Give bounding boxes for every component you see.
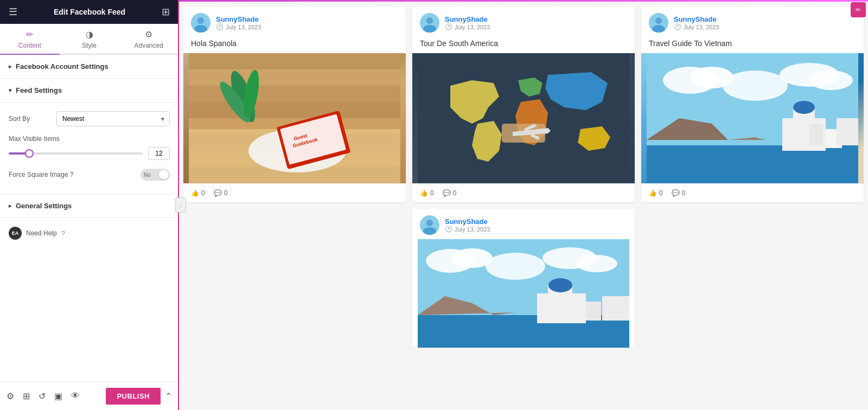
tab-style[interactable]: ◑ Style bbox=[60, 24, 119, 55]
eye-icon[interactable]: 👁 bbox=[71, 391, 80, 401]
resize-handle[interactable]: ⋮ bbox=[175, 197, 186, 213]
max-items-label: Max Visible Items bbox=[9, 135, 170, 143]
force-square-row: Force Square Image ? No bbox=[9, 169, 170, 181]
card-meta-2: SunnyShade 🕐 July 13, 2023 bbox=[445, 15, 627, 30]
svg-point-32 bbox=[723, 71, 788, 101]
publish-area: PUBLISH ⌃ bbox=[106, 388, 172, 405]
feed-card-4: SunnyShade 🕐 July 13, 2023 bbox=[412, 209, 635, 348]
card-author-2[interactable]: SunnyShade bbox=[445, 15, 627, 23]
tab-content[interactable]: ✏ Content bbox=[0, 24, 60, 55]
comments-stat-3: 💬 0 bbox=[672, 189, 686, 197]
comments-stat-1: 💬 0 bbox=[214, 189, 228, 197]
arrow-icon-general: ▸ bbox=[9, 203, 11, 209]
left-panel: ☰ Edit Facebook Feed ⊞ ✏ Content ◑ Style… bbox=[0, 0, 179, 410]
top-right-edit-button[interactable]: ✏ bbox=[851, 2, 866, 17]
facebook-account-section-header[interactable]: ▸ Facebook Account Settings bbox=[0, 55, 178, 79]
card-header-2: SunnyShade 🕐 July 13, 2023 bbox=[412, 7, 635, 37]
feed-settings-label: Feed Settings bbox=[16, 86, 62, 94]
thumb-up-icon-1: 👍 bbox=[191, 189, 199, 197]
arrow-icon: ▸ bbox=[9, 63, 11, 69]
card-image-3 bbox=[641, 53, 864, 183]
avatar-2 bbox=[420, 13, 439, 33]
responsive-icon[interactable]: ▣ bbox=[54, 391, 62, 401]
chevron-up-icon[interactable]: ⌃ bbox=[165, 391, 172, 401]
card-author-1[interactable]: SunnyShade bbox=[216, 15, 398, 23]
tab-content-label: Content bbox=[18, 42, 41, 49]
card-footer-3: 👍 0 💬 0 bbox=[641, 183, 864, 202]
history-icon[interactable]: ↺ bbox=[39, 391, 46, 401]
bottom-icons: ⚙ ⊞ ↺ ▣ 👁 bbox=[7, 391, 80, 401]
card-meta-3: SunnyShade 🕐 July 13, 2023 bbox=[674, 15, 856, 30]
general-settings-section-header[interactable]: ▸ General Settings bbox=[0, 194, 178, 218]
comment-icon-1: 💬 bbox=[214, 189, 222, 197]
help-circle-icon: ? bbox=[61, 229, 65, 238]
card-date-2: 🕐 July 13, 2023 bbox=[445, 23, 627, 30]
comment-icon-3: 💬 bbox=[672, 189, 680, 197]
layers-icon[interactable]: ⊞ bbox=[23, 391, 30, 401]
sort-by-select[interactable]: Newest Oldest Popular bbox=[56, 111, 170, 126]
clock-icon-1: 🕐 bbox=[216, 23, 224, 30]
hamburger-icon[interactable]: ☰ bbox=[9, 6, 17, 18]
svg-point-22 bbox=[426, 17, 433, 24]
card-header-3: SunnyShade 🕐 July 13, 2023 bbox=[641, 7, 864, 37]
likes-count-3: 0 bbox=[659, 189, 663, 197]
clock-icon-3: 🕐 bbox=[674, 23, 681, 30]
publish-button[interactable]: PUBLISH bbox=[106, 388, 161, 405]
toggle-knob bbox=[159, 170, 169, 180]
card-meta-1: SunnyShade 🕐 July 13, 2023 bbox=[216, 15, 398, 30]
settings-icon[interactable]: ⚙ bbox=[7, 391, 14, 401]
panel-title: Edit Facebook Feed bbox=[54, 8, 125, 16]
svg-point-48 bbox=[486, 253, 545, 280]
card-author-4[interactable]: SunnyShade bbox=[445, 217, 627, 226]
avatar-4 bbox=[420, 215, 439, 235]
svg-rect-41 bbox=[837, 118, 858, 145]
card-author-3[interactable]: SunnyShade bbox=[674, 15, 856, 23]
feed-settings-section-header[interactable]: ▾ Feed Settings bbox=[0, 79, 178, 102]
svg-point-50 bbox=[576, 255, 617, 272]
avatar-3 bbox=[649, 13, 668, 33]
slider-thumb[interactable] bbox=[25, 149, 34, 158]
need-help-section: EA Need Help ? bbox=[0, 218, 178, 248]
tab-advanced-label: Advanced bbox=[134, 42, 163, 49]
card-image-4 bbox=[412, 239, 635, 348]
card-meta-4: SunnyShade 🕐 July 13, 2023 bbox=[445, 217, 627, 233]
tab-style-label: Style bbox=[82, 42, 97, 49]
card-date-3: 🕐 July 13, 2023 bbox=[674, 23, 856, 30]
pencil-icon: ✏ bbox=[26, 29, 33, 40]
circle-half-icon: ◑ bbox=[86, 29, 93, 40]
grid-icon[interactable]: ⊞ bbox=[162, 6, 170, 18]
card-title-3: Travel Guide To Vietnam bbox=[641, 37, 864, 53]
likes-stat-2: 👍 0 bbox=[420, 189, 434, 197]
svg-point-43 bbox=[426, 220, 433, 226]
tab-advanced[interactable]: ⚙ Advanced bbox=[119, 24, 178, 55]
card-title-1: Hola Spanola bbox=[183, 37, 406, 53]
feed-grid: SunnyShade 🕐 July 13, 2023 Hola Spanola bbox=[183, 4, 864, 348]
bottom-bar: ⚙ ⊞ ↺ ▣ 👁 PUBLISH ⌃ bbox=[0, 382, 178, 410]
sort-by-row: Sort By Newest Oldest Popular ▼ bbox=[9, 111, 170, 126]
svg-point-54 bbox=[548, 278, 572, 292]
likes-count-2: 0 bbox=[430, 189, 434, 197]
tabs-bar: ✏ Content ◑ Style ⚙ Advanced bbox=[0, 24, 178, 55]
max-items-input[interactable] bbox=[148, 147, 170, 160]
svg-rect-55 bbox=[586, 302, 601, 321]
force-square-label: Force Square Image ? bbox=[9, 171, 141, 178]
comments-count-3: 0 bbox=[682, 189, 686, 197]
clock-icon-4: 🕐 bbox=[445, 226, 452, 233]
arrow-down-icon: ▾ bbox=[9, 87, 11, 93]
ea-badge-text: EA bbox=[12, 230, 19, 236]
panel-header: ☰ Edit Facebook Feed ⊞ bbox=[0, 0, 178, 24]
ea-badge: EA bbox=[9, 227, 22, 240]
card-footer-2: 👍 0 💬 0 bbox=[412, 183, 635, 202]
force-square-toggle[interactable]: No bbox=[141, 169, 170, 181]
card-image-2 bbox=[412, 53, 635, 183]
clock-icon-2: 🕐 bbox=[445, 23, 452, 30]
svg-point-1 bbox=[197, 17, 204, 24]
max-items-slider[interactable] bbox=[9, 152, 143, 155]
svg-point-27 bbox=[655, 17, 662, 24]
likes-stat-1: 👍 0 bbox=[191, 189, 205, 197]
need-help-label[interactable]: Need Help bbox=[26, 229, 57, 237]
gear-icon: ⚙ bbox=[145, 29, 152, 40]
facebook-account-label: Facebook Account Settings bbox=[16, 62, 108, 71]
svg-rect-39 bbox=[809, 124, 823, 145]
card-header-4: SunnyShade 🕐 July 13, 2023 bbox=[412, 209, 635, 239]
